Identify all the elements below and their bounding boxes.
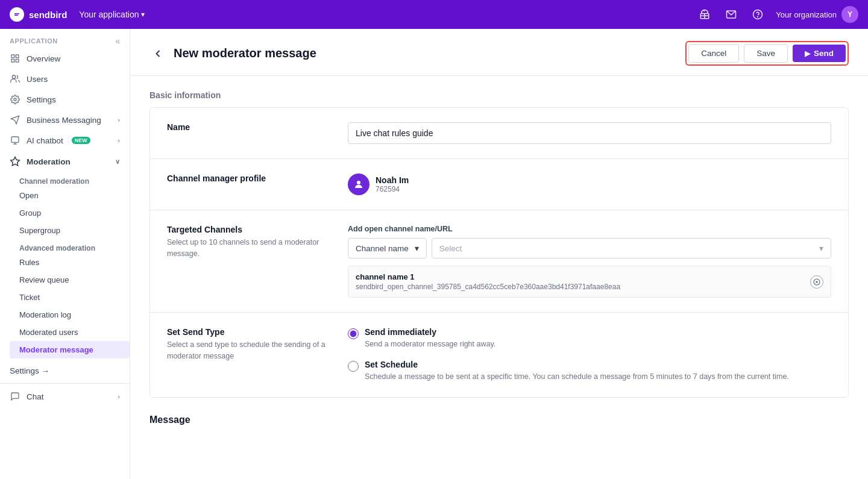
- profile-row: Noah Im 762594: [348, 174, 831, 195]
- sidebar-item-moderation-log[interactable]: Moderation log: [10, 306, 130, 324]
- mail-icon[interactable]: [723, 6, 740, 23]
- targeted-channels-label-col: Targeted Channels Select up to 10 channe…: [167, 225, 348, 260]
- new-badge: NEW: [72, 137, 90, 144]
- chat-label: Chat: [27, 392, 44, 401]
- sidebar-item-review-queue[interactable]: Review queue: [10, 271, 130, 289]
- sidebar-item-group[interactable]: Group: [10, 204, 130, 222]
- sidebar-collapse-icon[interactable]: «: [115, 36, 120, 46]
- brand-name: sendbird: [29, 10, 67, 20]
- app-layout: APPLICATION « Overview Users Settings: [0, 29, 868, 479]
- send-icon: ▶: [805, 49, 810, 58]
- name-control-col: [348, 122, 831, 144]
- channel-item-remove-button[interactable]: [810, 275, 823, 289]
- app-selector[interactable]: Your application ▾: [79, 10, 145, 19]
- ai-chatbot-icon: [10, 136, 20, 145]
- gift-icon[interactable]: [696, 6, 713, 23]
- send-immediately-label: Send immediately: [365, 327, 495, 337]
- channel-type-label: Channel name: [356, 244, 409, 253]
- overview-label: Overview: [27, 54, 60, 63]
- nav-icons: Your organization Y: [696, 6, 858, 23]
- settings-link-label: Settings →: [10, 366, 49, 375]
- cancel-button[interactable]: Cancel: [688, 44, 739, 63]
- name-row: Name: [150, 108, 848, 159]
- business-messaging-label: Business Messaging: [27, 116, 101, 125]
- sidebar-item-supergroup[interactable]: Supergroup: [10, 222, 130, 239]
- sidebar-item-ai-chatbot[interactable]: AI chatbot NEW ›: [0, 130, 130, 151]
- sidebar-item-rules[interactable]: Rules: [10, 254, 130, 271]
- name-input[interactable]: [348, 122, 831, 144]
- set-send-type-control-col: Send immediately Send a moderator messag…: [348, 327, 831, 383]
- targeted-channels-label: Targeted Channels: [167, 225, 348, 234]
- set-send-type-label-col: Set Send Type Select a send type to sche…: [167, 327, 348, 362]
- set-send-type-row: Set Send Type Select a send type to sche…: [150, 313, 848, 397]
- send-button[interactable]: ▶ Send: [793, 45, 846, 62]
- help-icon[interactable]: [749, 6, 766, 23]
- targeted-channels-desc: Select up to 10 channels to send a moder…: [167, 237, 348, 260]
- svg-rect-7: [11, 59, 14, 62]
- moderation-label: Moderation: [27, 157, 71, 166]
- sidebar-item-moderated-users[interactable]: Moderated users: [10, 324, 130, 341]
- avatar: [348, 174, 370, 195]
- set-schedule-option: Set Schedule Schedule a message to be se…: [348, 360, 831, 383]
- channel-item: channel name 1 sendbird_open_channel_395…: [348, 266, 831, 298]
- svg-rect-8: [16, 59, 19, 62]
- send-type-radio-group: Send immediately Send a moderator messag…: [348, 327, 831, 383]
- sidebar-item-business-messaging[interactable]: Business Messaging ›: [0, 110, 130, 130]
- send-immediately-radio[interactable]: [348, 328, 359, 339]
- svg-point-0: [13, 10, 21, 19]
- org-selector[interactable]: Your organization Y: [776, 6, 858, 23]
- page-header: New moderator message Cancel Save ▶ Send: [130, 29, 868, 76]
- set-schedule-radio[interactable]: [348, 361, 359, 372]
- main-content: New moderator message Cancel Save ▶ Send…: [130, 29, 868, 479]
- chat-chevron: ›: [118, 393, 120, 400]
- advanced-moderation-label: Advanced moderation: [10, 239, 130, 254]
- users-icon: [10, 74, 20, 84]
- header-left: New moderator message: [149, 45, 316, 62]
- save-button[interactable]: Save: [744, 44, 788, 63]
- channel-select-row: Channel name ▾ Select ▾: [348, 238, 831, 258]
- set-schedule-text: Set Schedule Schedule a message to be se…: [365, 360, 789, 383]
- moderation-children: Channel moderation Open Group Supergroup…: [0, 172, 130, 358]
- channel-manager-label: Channel manager profile: [167, 174, 348, 183]
- business-messaging-icon: [10, 115, 20, 125]
- settings-icon: [10, 95, 20, 104]
- users-label: Users: [27, 75, 48, 84]
- sidebar: APPLICATION « Overview Users Settings: [0, 29, 130, 479]
- channel-type-dropdown[interactable]: Channel name ▾: [348, 238, 427, 258]
- sidebar-item-users[interactable]: Users: [0, 69, 130, 89]
- sidebar-section-label: APPLICATION: [10, 37, 58, 45]
- channel-item-name: channel name 1: [356, 272, 620, 281]
- sidebar-item-moderation[interactable]: Moderation ∨: [0, 151, 130, 172]
- sidebar-item-moderator-message[interactable]: Moderator message: [10, 341, 130, 358]
- sidebar-item-overview[interactable]: Overview: [0, 48, 130, 69]
- svg-point-9: [12, 75, 15, 78]
- channel-type-chevron: ▾: [415, 243, 419, 253]
- profile-name: Noah Im: [376, 175, 409, 185]
- sidebar-item-ticket[interactable]: Ticket: [10, 289, 130, 306]
- add-channel-label: Add open channel name/URL: [348, 225, 831, 233]
- app-chevron-icon: ▾: [141, 10, 145, 19]
- send-immediately-text: Send immediately Send a moderator messag…: [365, 327, 495, 350]
- svg-rect-5: [11, 55, 14, 58]
- targeted-channels-control-col: Add open channel name/URL Channel name ▾…: [348, 225, 831, 298]
- ai-chatbot-label: AI chatbot: [27, 136, 63, 145]
- sidebar-item-chat[interactable]: Chat ›: [0, 386, 130, 407]
- back-button[interactable]: [149, 45, 166, 62]
- logo: sendbird: [10, 7, 67, 22]
- profile-info: Noah Im 762594: [376, 175, 409, 193]
- sendbird-logo-icon: [10, 7, 24, 22]
- ai-chatbot-chevron: ›: [118, 137, 120, 144]
- svg-point-10: [14, 98, 16, 101]
- sidebar-item-settings[interactable]: Settings: [0, 89, 130, 110]
- form-content: Basic information Name Channel manager p…: [130, 76, 868, 440]
- channel-select-dropdown[interactable]: Select ▾: [432, 238, 831, 258]
- sidebar-item-open[interactable]: Open: [10, 187, 130, 204]
- svg-rect-12: [11, 137, 19, 142]
- sidebar-divider: [0, 383, 130, 384]
- svg-marker-11: [11, 116, 19, 124]
- top-navigation: sendbird Your application ▾ Your organiz…: [0, 0, 868, 29]
- set-schedule-label: Set Schedule: [365, 360, 789, 369]
- select-placeholder: Select: [439, 244, 462, 253]
- moderation-chevron: ∨: [115, 158, 120, 166]
- sidebar-item-settings-link[interactable]: Settings →: [0, 361, 130, 381]
